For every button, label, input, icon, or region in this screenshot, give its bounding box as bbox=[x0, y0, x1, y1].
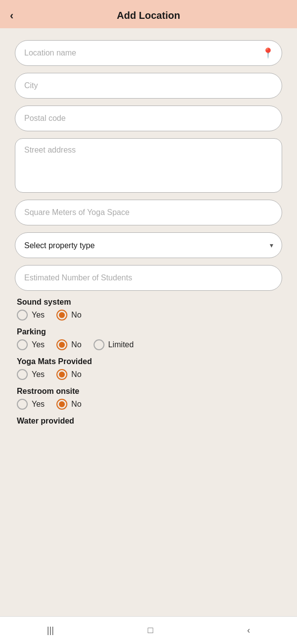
yoga-mats-yes-option[interactable]: Yes bbox=[17, 369, 45, 380]
sound-system-no-option[interactable]: No bbox=[56, 310, 81, 321]
sound-system-yes-radio[interactable] bbox=[17, 310, 28, 321]
water-group: Water provided bbox=[15, 417, 282, 426]
parking-no-radio[interactable] bbox=[56, 339, 67, 350]
restroom-yes-radio[interactable] bbox=[17, 399, 28, 410]
restroom-yes-label: Yes bbox=[32, 400, 45, 409]
form-area: 📍 Select property type Studio Gym Outdoo… bbox=[0, 28, 297, 616]
sound-system-no-radio[interactable] bbox=[56, 310, 67, 321]
restroom-no-label: No bbox=[71, 400, 81, 409]
water-label: Water provided bbox=[17, 417, 280, 426]
back-nav-icon[interactable]: ‹ bbox=[247, 625, 250, 636]
property-type-select[interactable]: Select property type Studio Gym Outdoor … bbox=[15, 232, 282, 258]
sound-system-group: Sound system Yes No bbox=[15, 298, 282, 321]
yoga-mats-yes-radio[interactable] bbox=[17, 369, 28, 380]
yoga-mats-no-radio[interactable] bbox=[56, 369, 67, 380]
restroom-no-option[interactable]: No bbox=[56, 399, 81, 410]
parking-no-label: No bbox=[71, 340, 81, 349]
page-title: Add Location bbox=[117, 10, 180, 21]
parking-options: Yes No Limited bbox=[17, 339, 280, 350]
page-header: ‹ Add Location bbox=[0, 3, 297, 28]
parking-group: Parking Yes No Limited bbox=[15, 327, 282, 350]
sound-system-yes-label: Yes bbox=[32, 311, 45, 320]
parking-yes-radio[interactable] bbox=[17, 339, 28, 350]
yoga-mats-options: Yes No bbox=[17, 369, 280, 380]
yoga-mats-group: Yoga Mats Provided Yes No bbox=[15, 357, 282, 380]
city-input[interactable] bbox=[15, 73, 282, 99]
restroom-group: Restroom onsite Yes No bbox=[15, 387, 282, 410]
street-address-input[interactable] bbox=[15, 138, 282, 193]
home-icon[interactable]: □ bbox=[148, 625, 153, 636]
sound-system-yes-option[interactable]: Yes bbox=[17, 310, 45, 321]
bottom-navigation: ||| □ ‹ bbox=[0, 616, 297, 644]
menu-icon[interactable]: ||| bbox=[47, 625, 54, 636]
yoga-mats-no-label: No bbox=[71, 370, 81, 379]
restroom-no-radio[interactable] bbox=[56, 399, 67, 410]
restroom-options: Yes No bbox=[17, 399, 280, 410]
parking-label: Parking bbox=[17, 327, 280, 336]
parking-yes-option[interactable]: Yes bbox=[17, 339, 45, 350]
restroom-label: Restroom onsite bbox=[17, 387, 280, 396]
parking-no-option[interactable]: No bbox=[56, 339, 81, 350]
sound-system-label: Sound system bbox=[17, 298, 280, 307]
property-type-wrapper: Select property type Studio Gym Outdoor … bbox=[15, 232, 282, 258]
parking-limited-radio[interactable] bbox=[94, 339, 104, 350]
square-meters-input[interactable] bbox=[15, 200, 282, 225]
parking-yes-label: Yes bbox=[32, 340, 45, 349]
back-button[interactable]: ‹ bbox=[10, 9, 13, 22]
postal-code-input[interactable] bbox=[15, 106, 282, 131]
parking-limited-label: Limited bbox=[108, 340, 134, 349]
sound-system-options: Yes No bbox=[17, 310, 280, 321]
restroom-yes-option[interactable]: Yes bbox=[17, 399, 45, 410]
yoga-mats-no-option[interactable]: No bbox=[56, 369, 81, 380]
parking-limited-option[interactable]: Limited bbox=[94, 339, 134, 350]
yoga-mats-label: Yoga Mats Provided bbox=[17, 357, 280, 366]
estimated-students-input[interactable] bbox=[15, 265, 282, 291]
location-name-input[interactable] bbox=[15, 40, 282, 66]
location-name-wrapper: 📍 bbox=[15, 40, 282, 66]
yoga-mats-yes-label: Yes bbox=[32, 370, 45, 379]
sound-system-no-label: No bbox=[71, 311, 81, 320]
